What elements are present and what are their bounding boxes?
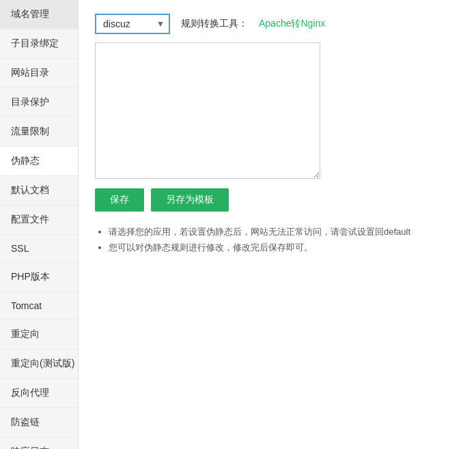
save-button[interactable]: 保存: [95, 188, 144, 212]
main-content: discuz wordpress typecho dedecms default…: [79, 0, 476, 449]
tip-item-2: 您可以对伪静态规则进行修改，修改完后保存即可。: [109, 240, 460, 255]
buttons-row: 保存 另存为模板: [95, 188, 460, 212]
tips-list: 请选择您的应用，若设置伪静态后，网站无法正常访问，请尝试设置回default 您…: [95, 224, 460, 256]
sidebar-item-subdir[interactable]: 子目录绑定: [0, 29, 78, 59]
sidebar-item-tomcat[interactable]: Tomcat: [0, 292, 78, 320]
tip-item-1: 请选择您的应用，若设置伪静态后，网站无法正常访问，请尝试设置回default: [109, 224, 460, 240]
top-row: discuz wordpress typecho dedecms default…: [95, 14, 460, 34]
sidebar-item-defaultdoc[interactable]: 默认文档: [0, 176, 78, 205]
rule-converter-label: 规则转换工具：: [181, 18, 248, 30]
sidebar-item-domain[interactable]: 域名管理: [0, 0, 78, 29]
rule-converter-link[interactable]: Apache转Nginx: [259, 18, 325, 30]
sidebar-item-accesslog[interactable]: 响应日志: [0, 437, 78, 449]
app-select[interactable]: discuz wordpress typecho dedecms default: [95, 14, 170, 34]
save-template-button[interactable]: 另存为模板: [151, 188, 229, 212]
sidebar-item-hotlink[interactable]: 防盗链: [0, 408, 78, 437]
sidebar-item-traffic[interactable]: 流量限制: [0, 117, 78, 147]
sidebar-item-redirect[interactable]: 重定向: [0, 320, 78, 349]
sidebar-item-phpversion[interactable]: PHP版本: [0, 263, 78, 292]
rule-textarea[interactable]: [95, 42, 320, 179]
sidebar-item-redirect-beta[interactable]: 重定向(测试版): [0, 349, 78, 379]
sidebar-item-configfile[interactable]: 配置文件: [0, 205, 78, 235]
sidebar-item-webdir[interactable]: 网站目录: [0, 59, 78, 88]
sidebar-item-ssl[interactable]: SSL: [0, 235, 78, 263]
sidebar-item-reverseproxy[interactable]: 反向代理: [0, 379, 78, 408]
sidebar-item-dirprotect[interactable]: 目录保护: [0, 88, 78, 117]
app-select-wrapper: discuz wordpress typecho dedecms default…: [95, 14, 170, 34]
sidebar: 域名管理 子目录绑定 网站目录 目录保护 流量限制 伪静态 默认文档 配置文件 …: [0, 0, 79, 449]
sidebar-item-pseudostatic[interactable]: 伪静态: [0, 147, 78, 176]
